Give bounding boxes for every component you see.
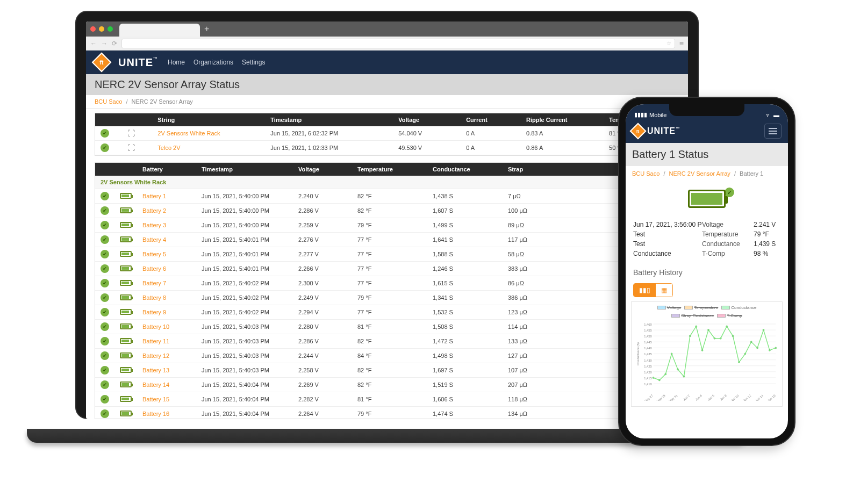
string-link[interactable]: 2V Sensors White Rack [157,130,220,136]
table-row[interactable]: ✔ Battery 5 Jun 15, 2021, 5:40:01 PM 2.2… [95,247,679,262]
forward-icon[interactable]: → [101,40,108,47]
battery-visual: ✔ [626,181,788,219]
status-ok-icon: ✔ [101,192,109,200]
battery-link[interactable]: Battery 7 [142,280,166,286]
nav-home[interactable]: Home [168,59,185,66]
battery-link[interactable]: Battery 6 [142,265,166,272]
battery-icon [120,222,132,228]
th-voltage[interactable]: Voltage [393,113,461,126]
table-row[interactable]: ✔ Battery 6 Jun 15, 2021, 5:40:01 PM 2.2… [95,262,679,276]
breadcrumb-root[interactable]: BCU Saco [95,98,122,105]
battery-link[interactable]: Battery 3 [142,222,166,228]
th-btimestamp[interactable]: Timestamp [196,163,293,176]
battery-link[interactable]: Battery 11 [142,338,169,344]
address-bar[interactable]: ☆ [121,39,675,48]
table-row[interactable]: ✔ Battery 11 Jun 15, 2021, 5:40:03 PM 2.… [95,334,679,349]
svg-point-26 [671,353,672,355]
stat-row: Temperature79 °F [702,231,780,238]
battery-icon [120,294,132,300]
cell-conductance: 1,438 S [427,189,503,204]
battery-link[interactable]: Battery 5 [142,251,166,257]
cell-temp: 81 °F [352,392,427,407]
svg-point-34 [720,337,721,339]
battery-link[interactable]: Battery 8 [142,294,166,301]
status-ok-icon: ✔ [101,322,109,331]
back-icon[interactable]: ← [90,40,97,47]
legend-strap[interactable]: Strap Resistance [671,313,714,318]
status-ok-icon: ✔ [101,143,109,152]
battery-link[interactable]: Battery 9 [142,309,166,315]
th-current[interactable]: Current [461,113,521,126]
svg-text:May 29: May 29 [656,394,666,401]
cell-conductance: 1,697 S [427,363,503,378]
nav-settings[interactable]: Settings [242,59,265,66]
string-link[interactable]: Telco 2V [157,145,180,151]
table-row[interactable]: ✔ Battery 15 Jun 15, 2021, 5:40:04 PM 2.… [95,392,679,407]
table-row[interactable]: ✔ Battery 14 Jun 15, 2021, 5:40:04 PM 2.… [95,378,679,392]
legend-voltage[interactable]: Voltage [657,305,682,310]
breadcrumb-root[interactable]: BCU Saco [632,170,660,177]
legend-temperature[interactable]: Temperature [684,305,718,310]
th-bvoltage[interactable]: Voltage [293,163,352,176]
stat-timestamp: Jun 17, 2021, 3:56:00 P [633,221,701,228]
legend-tcomp[interactable]: T-Comp [717,313,742,318]
table-row[interactable]: ✔ ⛶ 2V Sensors White Rack Jun 15, 2021, … [95,126,679,141]
cell-timestamp: Jun 15, 2021, 5:40:03 PM [196,349,293,363]
battery-link[interactable]: Battery 13 [142,367,169,373]
menu-button[interactable] [764,124,782,139]
cell-conductance: 1,615 S [427,276,503,291]
breadcrumb-mid[interactable]: NERC 2V Sensor Array [669,170,730,177]
battery-link[interactable]: Battery 4 [142,236,166,243]
table-row[interactable]: ✔ Battery 10 Jun 15, 2021, 5:40:03 PM 2.… [95,320,679,334]
nav-organizations[interactable]: Organizations [194,59,233,66]
cell-voltage: 2.244 V [293,349,352,363]
table-row[interactable]: ✔ Battery 3 Jun 15, 2021, 5:40:00 PM 2.2… [95,218,679,233]
battery-link[interactable]: Battery 10 [142,323,169,330]
table-row[interactable]: ✔ Battery 7 Jun 15, 2021, 5:40:02 PM 2.3… [95,276,679,291]
cell-voltage: 2.259 V [293,218,352,233]
table-row[interactable]: ✔ Battery 2 Jun 15, 2021, 5:40:00 PM 2.2… [95,204,679,218]
svg-text:Jun 12: Jun 12 [742,394,751,401]
chart-view-button[interactable]: ▮▮▯ [634,284,656,297]
table-row[interactable]: ✔ Battery 1 Jun 15, 2021, 5:40:00 PM 2.2… [95,189,679,204]
th-ripple[interactable]: Ripple Current [521,113,604,126]
table-row[interactable]: ✔ ⛶ Telco 2V Jun 15, 2021, 1:02:33 PM 49… [95,141,679,155]
wifi-icon: ᯤ [765,112,771,118]
svg-text:Jun 14: Jun 14 [755,394,764,401]
strings-table: String Timestamp Voltage Current Ripple … [95,113,679,155]
new-tab-icon[interactable]: + [204,24,209,34]
browser-tab[interactable] [119,24,200,37]
battery-link[interactable]: Battery 1 [142,193,166,199]
th-timestamp[interactable]: Timestamp [265,113,393,126]
table-row[interactable]: ✔ Battery 4 Jun 15, 2021, 5:40:01 PM 2.2… [95,233,679,247]
close-window-icon[interactable] [90,26,96,32]
maximize-window-icon[interactable] [108,26,113,32]
svg-point-41 [763,329,764,331]
battery-link[interactable]: Battery 15 [142,396,169,402]
cell-temp: 82 °F [352,363,427,378]
table-row[interactable]: ✔ Battery 8 Jun 15, 2021, 5:40:02 PM 2.2… [95,291,679,305]
table-view-button[interactable]: ▦ [656,284,672,297]
topology-icon: ⛶ [127,129,135,138]
table-row[interactable]: ✔ Battery 13 Jun 15, 2021, 5:40:03 PM 2.… [95,363,679,378]
table-row[interactable]: ✔ Battery 16 Jun 15, 2021, 5:40:04 PM 2.… [95,407,679,420]
battery-link[interactable]: Battery 12 [142,352,169,359]
battery-link[interactable]: Battery 16 [142,411,169,417]
status-ok-icon: ✔ [101,221,109,229]
th-battery[interactable]: Battery [137,163,196,176]
cell-voltage: 2.276 V [293,233,352,247]
battery-link[interactable]: Battery 2 [142,207,166,214]
battery-icon [120,338,132,344]
th-string[interactable]: String [152,113,265,126]
browser-menu-icon[interactable]: ≡ [679,39,684,48]
legend-conductance[interactable]: Conductance [721,305,756,310]
table-row[interactable]: ✔ Battery 12 Jun 15, 2021, 5:40:03 PM 2.… [95,349,679,363]
table-row[interactable]: ✔ Battery 9 Jun 15, 2021, 5:40:02 PM 2.2… [95,305,679,320]
battery-link[interactable]: Battery 14 [142,381,169,388]
th-btemp[interactable]: Temperature [352,163,427,176]
th-bcond[interactable]: Conductance [427,163,503,176]
minimize-window-icon[interactable] [99,26,104,32]
svg-point-42 [769,349,770,351]
reload-icon[interactable]: ⟳ [112,40,117,47]
cell-voltage: 2.264 V [293,407,352,420]
